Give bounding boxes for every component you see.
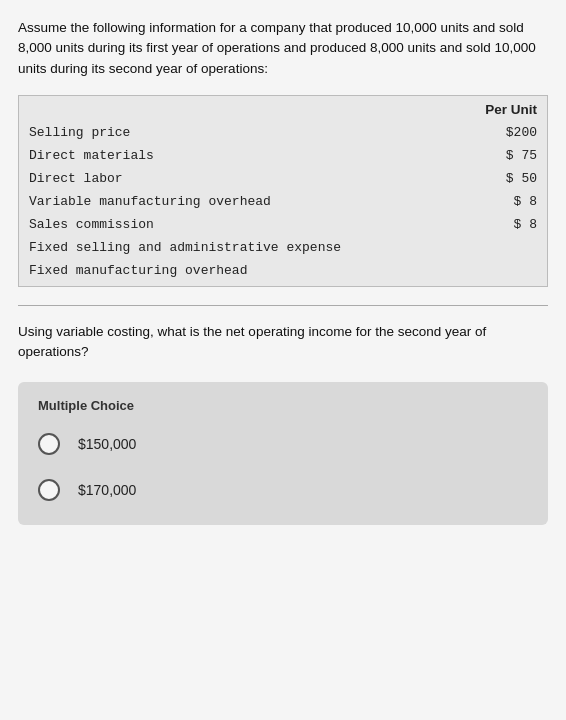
table-row: Fixed selling and administrative expense bbox=[19, 236, 548, 259]
radio-button-2[interactable] bbox=[38, 479, 60, 501]
row-label-fixed-manufacturing: Fixed manufacturing overhead bbox=[19, 259, 416, 287]
row-label-variable-overhead: Variable manufacturing overhead bbox=[19, 190, 416, 213]
option-1[interactable]: $150,000 bbox=[38, 433, 528, 455]
table-row: Direct materials $ 75 bbox=[19, 144, 548, 167]
row-label-fixed-selling: Fixed selling and administrative expense bbox=[19, 236, 416, 259]
row-label-direct-labor: Direct labor bbox=[19, 167, 416, 190]
row-value-direct-materials: $ 75 bbox=[415, 144, 547, 167]
table-value-header: Per Unit bbox=[415, 95, 547, 121]
table-row: Selling price $200 bbox=[19, 121, 548, 144]
question-paragraph: Using variable costing, what is the net … bbox=[18, 322, 548, 363]
row-value-variable-overhead: $ 8 bbox=[415, 190, 547, 213]
option-2-text: $170,000 bbox=[78, 482, 136, 498]
section-divider bbox=[18, 305, 548, 306]
multiple-choice-container: Multiple Choice $150,000 $170,000 bbox=[18, 382, 548, 525]
table-row: Direct labor $ 50 bbox=[19, 167, 548, 190]
data-table: Per Unit Selling price $200 Direct mater… bbox=[18, 95, 548, 287]
multiple-choice-label: Multiple Choice bbox=[38, 398, 528, 413]
row-label-sales-commission: Sales commission bbox=[19, 213, 416, 236]
table-row: Variable manufacturing overhead $ 8 bbox=[19, 190, 548, 213]
row-label-selling-price: Selling price bbox=[19, 121, 416, 144]
intro-paragraph: Assume the following information for a c… bbox=[18, 18, 548, 79]
row-value-selling-price: $200 bbox=[415, 121, 547, 144]
row-value-fixed-manufacturing bbox=[415, 259, 547, 287]
radio-button-1[interactable] bbox=[38, 433, 60, 455]
row-value-direct-labor: $ 50 bbox=[415, 167, 547, 190]
table-row: Fixed manufacturing overhead bbox=[19, 259, 548, 287]
table-row: Sales commission $ 8 bbox=[19, 213, 548, 236]
row-value-sales-commission: $ 8 bbox=[415, 213, 547, 236]
option-1-text: $150,000 bbox=[78, 436, 136, 452]
row-value-fixed-selling bbox=[415, 236, 547, 259]
table-label-header bbox=[19, 95, 416, 121]
row-label-direct-materials: Direct materials bbox=[19, 144, 416, 167]
option-2[interactable]: $170,000 bbox=[38, 479, 528, 501]
